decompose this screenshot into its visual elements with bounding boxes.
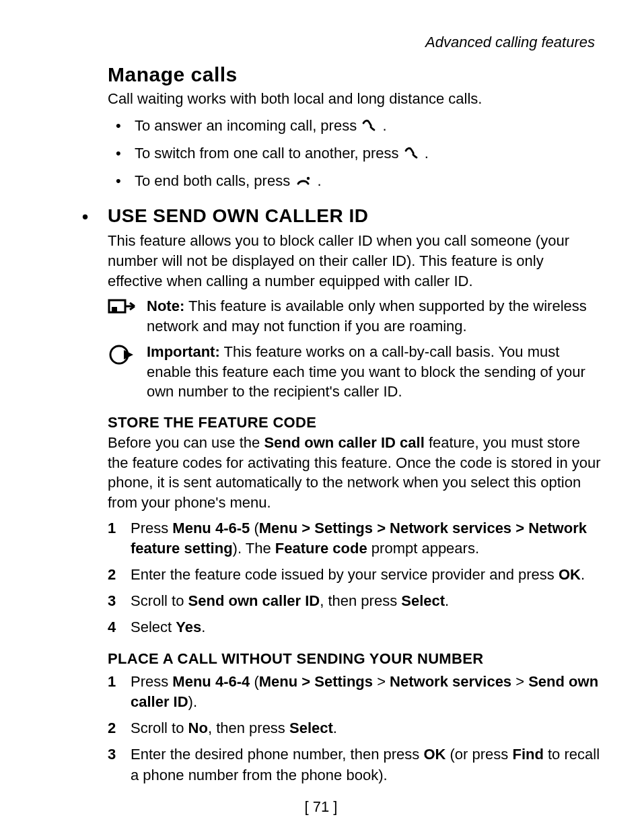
- text: Enter the feature code issued by your se…: [131, 566, 559, 583]
- text: .: [382, 117, 386, 134]
- list-item: To end both calls, press .: [108, 170, 602, 193]
- section-bullet-icon: •: [82, 207, 88, 228]
- section-header: Advanced calling features: [40, 34, 602, 51]
- manage-intro: Call waiting works with both local and l…: [108, 89, 602, 109]
- document-page: Advanced calling features Manage calls C…: [0, 0, 642, 840]
- text: Feature code: [275, 540, 367, 557]
- step-number: 2: [108, 718, 116, 739]
- list-item: 2 Enter the feature code issued by your …: [108, 565, 602, 586]
- place-steps: 1 Press Menu 4-6-4 (Menu > Settings > Ne…: [108, 672, 602, 786]
- text: Find: [512, 746, 543, 763]
- end-call-icon: [295, 170, 312, 193]
- step-number: 1: [108, 518, 116, 539]
- svg-rect-2: [112, 307, 117, 312]
- heading-manage-calls: Manage calls: [108, 63, 602, 86]
- page-number: [ 71 ]: [0, 798, 642, 816]
- text: Yes: [176, 619, 201, 635]
- text: Menu 4-6-5: [172, 520, 250, 536]
- text: >: [373, 673, 390, 690]
- text: .: [425, 145, 429, 162]
- list-item: 1 Press Menu 4-6-5 (Menu > Settings > Ne…: [108, 518, 602, 560]
- text: Press: [131, 673, 172, 690]
- text: OK: [423, 746, 445, 763]
- note-body: This feature is available only when supp…: [147, 298, 587, 335]
- text: .: [333, 720, 337, 736]
- text: To end both calls, press: [135, 172, 294, 189]
- list-item: 3 Enter the desired phone number, then p…: [108, 744, 602, 786]
- text: Select: [289, 720, 333, 736]
- text: Select: [401, 592, 445, 609]
- text: >: [511, 673, 528, 690]
- text: To switch from one call to another, pres…: [135, 145, 403, 162]
- list-item: To answer an incoming call, press .: [108, 114, 602, 138]
- call-icon: [362, 115, 377, 138]
- text: Press: [131, 520, 172, 536]
- store-intro: Before you can use the Send own caller I…: [108, 433, 602, 513]
- text: Enter the desired phone number, then pre…: [131, 746, 423, 763]
- heading-caller-id: USE SEND OWN CALLER ID: [108, 205, 602, 227]
- step-number: 1: [108, 672, 116, 693]
- heading-store-code: STORE THE FEATURE CODE: [108, 414, 602, 431]
- text: Select: [131, 619, 176, 635]
- text: .: [445, 592, 449, 609]
- important-text: Important: This feature works on a call-…: [147, 342, 602, 402]
- text: Scroll to: [131, 720, 188, 736]
- step-number: 2: [108, 565, 116, 586]
- text: .: [581, 566, 585, 583]
- call-icon: [404, 143, 419, 166]
- note-label: Note:: [147, 298, 184, 314]
- list-item: To switch from one call to another, pres…: [108, 142, 602, 166]
- svg-point-0: [307, 177, 310, 180]
- note-icon: [108, 298, 137, 320]
- step-number: 4: [108, 617, 116, 638]
- text: No: [188, 720, 208, 736]
- important-label: Important:: [147, 343, 220, 360]
- text: OK: [559, 566, 581, 583]
- text: , then press: [320, 592, 401, 609]
- text: Menu 4-6-4: [172, 673, 250, 690]
- important-icon: [108, 343, 137, 369]
- text: Menu > Settings: [259, 673, 373, 690]
- text: .: [201, 619, 205, 635]
- list-item: 4 Select Yes.: [108, 617, 602, 638]
- step-number: 3: [108, 744, 116, 765]
- text: To answer an incoming call, press: [135, 117, 361, 134]
- text: Scroll to: [131, 592, 188, 609]
- caller-id-intro: This feature allows you to block caller …: [108, 231, 602, 291]
- list-item: 3 Scroll to Send own caller ID, then pre…: [108, 591, 602, 612]
- text: ).: [188, 693, 197, 710]
- list-item: 1 Press Menu 4-6-4 (Menu > Settings > Ne…: [108, 672, 602, 713]
- note-text: Note: This feature is available only whe…: [147, 296, 602, 336]
- text: Send own caller ID: [188, 592, 320, 609]
- text: (: [250, 673, 258, 690]
- note-callout: Note: This feature is available only whe…: [108, 296, 602, 336]
- step-number: 3: [108, 591, 116, 612]
- text: Network services: [390, 673, 511, 690]
- heading-caller-id-row: • USE SEND OWN CALLER ID: [108, 205, 602, 227]
- text: ). The: [233, 540, 275, 557]
- text: Send own caller ID call: [264, 434, 424, 451]
- heading-place-call: PLACE A CALL WITHOUT SENDING YOUR NUMBER: [108, 650, 602, 668]
- text: prompt appears.: [367, 540, 479, 557]
- manage-bullet-list: To answer an incoming call, press . To s…: [108, 114, 602, 194]
- list-item: 2 Scroll to No, then press Select.: [108, 718, 602, 739]
- important-callout: Important: This feature works on a call-…: [108, 342, 602, 402]
- store-steps: 1 Press Menu 4-6-5 (Menu > Settings > Ne…: [108, 518, 602, 638]
- text: .: [317, 172, 321, 189]
- text: Before you can use the: [108, 434, 264, 451]
- text: , then press: [208, 720, 289, 736]
- text: (or press: [445, 746, 512, 763]
- content-body: Manage calls Call waiting works with bot…: [40, 63, 602, 786]
- text: (: [250, 520, 258, 536]
